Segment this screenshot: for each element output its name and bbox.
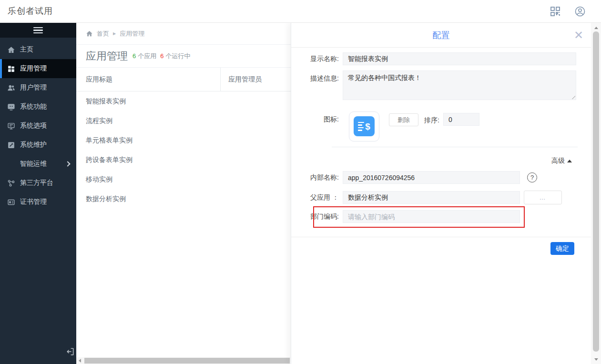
column-header-app-admin: 应用管理员 <box>220 68 291 91</box>
close-icon[interactable]: ✕ <box>574 29 583 42</box>
table-row[interactable]: 智能报表实例 <box>76 91 291 111</box>
sidebar-item-certificate[interactable]: 证书管理 <box>0 192 76 212</box>
icon-row: 图标: $ 删除 排序: <box>291 111 591 142</box>
sort-input[interactable] <box>443 113 479 126</box>
app-title-cell: 单元格表单实例 <box>86 136 132 145</box>
section-divider <box>332 147 578 147</box>
sidebar-item-label: 主页 <box>20 45 33 54</box>
description-textarea-wrap: 常见的各种中国式报表！ <box>343 71 576 100</box>
description-textarea[interactable]: 常见的各种中国式报表！ <box>343 71 576 100</box>
table-row[interactable]: 数据分析实例 <box>76 189 291 209</box>
breadcrumb-home[interactable]: 首页 <box>97 30 109 38</box>
report-dollar-icon: $ <box>354 116 375 136</box>
page-title: 应用管理 <box>86 49 128 63</box>
display-name-input[interactable] <box>343 52 576 65</box>
topbar: 乐创者试用 <box>0 0 601 23</box>
display-name-label: 显示名称: <box>291 55 339 63</box>
qr-code-icon[interactable] <box>550 6 561 17</box>
table-row[interactable]: 跨设备表单实例 <box>76 150 291 170</box>
sidebar-collapse-button[interactable] <box>0 23 76 38</box>
app-title-cell: 流程实例 <box>86 117 112 125</box>
internal-name-input[interactable] <box>343 171 520 184</box>
help-icon[interactable]: ? <box>527 172 537 182</box>
sidebar-item-intelligent-ops[interactable]: 智能运维 <box>0 154 76 173</box>
chevron-right-icon <box>65 161 70 166</box>
user-avatar-icon[interactable] <box>574 6 586 17</box>
running-count-value: 6 <box>160 52 163 60</box>
sidebar: 主页 应用管理 用户管理 <box>0 23 76 364</box>
sidebar-item-app-management[interactable]: 应用管理 <box>0 59 76 78</box>
sidebar-item-system-maintenance[interactable]: 系统维护 <box>0 135 76 154</box>
sidebar-nav: 主页 应用管理 用户管理 <box>0 38 76 212</box>
browse-parent-button[interactable]: … <box>524 191 562 204</box>
dept-code-input[interactable] <box>343 210 520 223</box>
dept-code-label: 部门编码: <box>291 212 339 221</box>
users-icon <box>7 83 15 92</box>
breadcrumb-home-icon <box>86 30 93 37</box>
apps-grid-icon <box>7 64 15 73</box>
dept-code-row: 部门编码: <box>291 210 591 223</box>
app-title-cell: 智能报表实例 <box>86 97 126 106</box>
internal-name-label: 内部名称: <box>291 173 339 182</box>
advanced-toggle[interactable]: 高级 <box>551 157 572 165</box>
parent-app-label: 父应用 ： <box>291 193 339 202</box>
sidebar-item-home[interactable]: 主页 <box>0 40 76 59</box>
table-row[interactable]: 单元格表单实例 <box>76 131 291 150</box>
scroll-left-arrow[interactable] <box>76 357 83 364</box>
sidebar-item-system-options[interactable]: 系统选项 <box>0 116 76 135</box>
horizontal-scroll-thumb[interactable] <box>84 358 290 364</box>
app-root: 乐创者试用 主页 <box>0 0 601 364</box>
parent-app-row: 父应用 ： … <box>291 191 591 204</box>
breadcrumb: 首页 ▶ 应用管理 <box>76 23 291 45</box>
scroll-down-arrow[interactable] <box>591 355 601 363</box>
sidebar-item-system-function[interactable]: 系统功能 <box>0 97 76 116</box>
system-maintenance-icon <box>7 141 15 149</box>
breadcrumb-current: 应用管理 <box>120 30 144 38</box>
app-count-value: 6 <box>132 52 136 60</box>
sidebar-item-third-party[interactable]: 第三方平台 <box>0 173 76 192</box>
sidebar-item-user-management[interactable]: 用户管理 <box>0 78 76 97</box>
table-row[interactable]: 流程实例 <box>76 111 291 131</box>
config-panel: 配置 ✕ 显示名称: 描述信息: 常见的各种中国式报表！ 图标: $ 删除 排序 <box>291 23 591 364</box>
app-title-cell: 数据分析实例 <box>86 195 126 203</box>
app-stats: 6 个应用 6 个运行中 <box>132 52 190 61</box>
page-title-row: 应用管理 6 个应用 6 个运行中 <box>76 45 291 68</box>
delete-icon-button[interactable]: 删除 <box>389 113 418 126</box>
parent-app-input[interactable] <box>343 191 520 204</box>
config-title: 配置 <box>291 23 591 48</box>
sidebar-item-label: 第三方平台 <box>20 179 53 187</box>
app-title-cell: 移动实例 <box>86 175 112 184</box>
app-icon-picker[interactable]: $ <box>349 111 379 142</box>
collapse-up-icon <box>567 160 572 162</box>
description-row: 描述信息: 常见的各种中国式报表！ <box>291 71 591 100</box>
scroll-up-arrow[interactable] <box>591 24 601 31</box>
sidebar-item-label: 系统维护 <box>20 141 47 149</box>
sidebar-item-label: 应用管理 <box>20 64 47 73</box>
table-header: 应用标题 应用管理员 <box>76 68 291 91</box>
third-party-icon <box>7 179 15 187</box>
report-lines-icon <box>358 121 364 132</box>
footer-divider <box>291 237 591 237</box>
logout-icon[interactable] <box>65 347 75 356</box>
config-header: 配置 ✕ <box>291 23 591 48</box>
app-count-label: 个应用 <box>138 52 156 61</box>
sidebar-item-label: 用户管理 <box>20 83 47 92</box>
table-row[interactable]: 移动实例 <box>76 170 291 189</box>
display-name-row: 显示名称: <box>291 52 591 65</box>
breadcrumb-separator-icon: ▶ <box>113 31 116 36</box>
sidebar-item-label: 证书管理 <box>20 198 47 206</box>
description-label: 描述信息: <box>291 71 339 83</box>
vertical-scrollbar <box>591 23 601 364</box>
vertical-scroll-thumb[interactable] <box>593 31 599 352</box>
certificate-icon <box>7 198 15 206</box>
app-title-cell: 跨设备表单实例 <box>86 156 132 164</box>
system-function-icon <box>7 102 15 111</box>
confirm-button[interactable]: 确定 <box>550 242 574 255</box>
home-icon <box>7 45 15 54</box>
sidebar-item-label: 系统选项 <box>20 121 47 130</box>
internal-name-row: 内部名称: ? <box>291 171 591 184</box>
sidebar-item-label: 智能运维 <box>20 160 47 168</box>
advanced-label: 高级 <box>551 157 565 165</box>
app-logo: 乐创者试用 <box>8 0 53 22</box>
icon-spacer <box>7 160 15 168</box>
